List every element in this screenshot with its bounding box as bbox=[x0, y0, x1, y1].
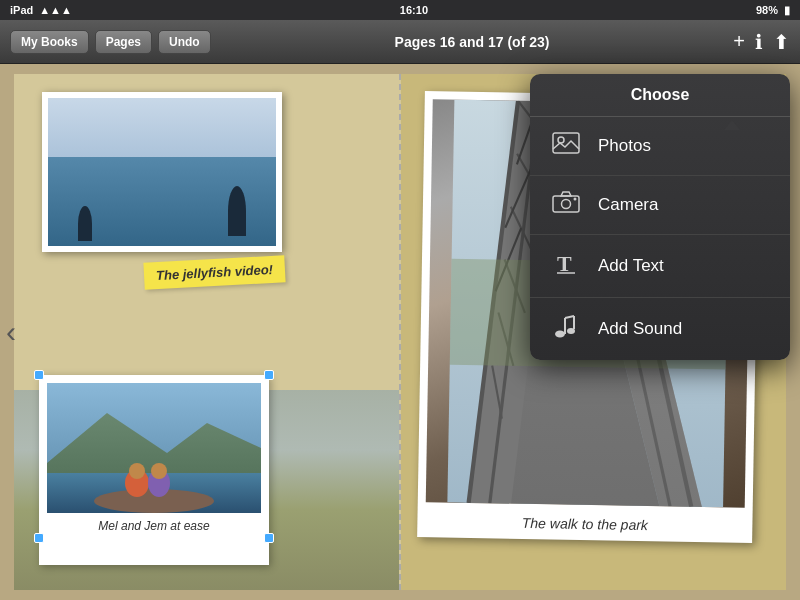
page-title: Pages 16 and 17 bbox=[395, 34, 504, 50]
video-inner: ▶ bbox=[48, 98, 276, 246]
undo-button[interactable]: Undo bbox=[158, 30, 211, 54]
figure-right bbox=[228, 186, 246, 236]
add-text-label: Add Text bbox=[598, 256, 664, 276]
photos-icon bbox=[550, 131, 582, 161]
text-icon: T bbox=[550, 249, 582, 283]
share-button[interactable]: ⬆ bbox=[773, 30, 790, 54]
svg-line-39 bbox=[565, 316, 574, 318]
svg-point-33 bbox=[562, 200, 571, 209]
video-frame[interactable]: ▶ bbox=[42, 92, 282, 252]
sound-icon bbox=[550, 312, 582, 346]
handle-tl[interactable] bbox=[34, 370, 44, 380]
canvas-area: ‹ ▶ The jellyfish video! bbox=[0, 64, 800, 600]
info-button[interactable]: ℹ bbox=[755, 30, 763, 54]
svg-point-37 bbox=[555, 331, 565, 338]
camera-label: Camera bbox=[598, 195, 658, 215]
camera-icon bbox=[550, 190, 582, 220]
photos-label: Photos bbox=[598, 136, 651, 156]
page-title-area: Pages 16 and 17 (of 23) bbox=[217, 34, 728, 50]
popup-item-add-text[interactable]: T Add Text bbox=[530, 235, 790, 298]
wifi-icon: ▲▲▲ bbox=[39, 4, 72, 16]
battery-icon: ▮ bbox=[784, 4, 790, 17]
polaroid-bottom-left-caption: Mel and Jem at ease bbox=[47, 517, 261, 535]
battery-label: 98% bbox=[756, 4, 778, 16]
add-sound-label: Add Sound bbox=[598, 319, 682, 339]
handle-tr[interactable] bbox=[264, 370, 274, 380]
toolbar-right: + ℹ ⬆ bbox=[733, 30, 790, 54]
handle-br[interactable] bbox=[264, 533, 274, 543]
sticky-note-text: The jellyfish video! bbox=[156, 262, 274, 283]
popup-arrow bbox=[724, 120, 740, 130]
polaroid-bottom-left[interactable]: Mel and Jem at ease bbox=[39, 375, 269, 565]
handle-bl[interactable] bbox=[34, 533, 44, 543]
svg-point-30 bbox=[558, 137, 564, 143]
popup-header: Choose bbox=[530, 74, 790, 117]
page-left: ▶ The jellyfish video! bbox=[14, 74, 401, 590]
figure-left bbox=[78, 206, 92, 241]
popup-item-camera[interactable]: Camera bbox=[530, 176, 790, 235]
popup-item-photos[interactable]: Photos bbox=[530, 117, 790, 176]
status-time: 16:10 bbox=[400, 4, 428, 16]
polaroid-right-caption: The walk to the park bbox=[417, 513, 752, 535]
choose-popup: Choose Photos Camera bbox=[530, 74, 790, 360]
my-books-button[interactable]: My Books bbox=[10, 30, 89, 54]
nav-arrow-left[interactable]: ‹ bbox=[6, 315, 16, 349]
svg-point-5 bbox=[129, 463, 145, 479]
svg-rect-29 bbox=[553, 133, 579, 153]
svg-point-41 bbox=[567, 328, 575, 334]
svg-point-7 bbox=[151, 463, 167, 479]
sky-bg bbox=[48, 98, 276, 165]
svg-point-34 bbox=[574, 198, 577, 201]
pages-button[interactable]: Pages bbox=[95, 30, 152, 54]
popup-item-add-sound[interactable]: Add Sound bbox=[530, 298, 790, 360]
page-count: (of 23) bbox=[507, 34, 549, 50]
toolbar: My Books Pages Undo Pages 16 and 17 (of … bbox=[0, 20, 800, 64]
status-right: 98% ▮ bbox=[756, 4, 790, 17]
device-label: iPad bbox=[10, 4, 33, 16]
add-button[interactable]: + bbox=[733, 30, 745, 53]
kids-scene-svg bbox=[47, 383, 261, 513]
svg-marker-32 bbox=[561, 192, 571, 196]
sticky-note: The jellyfish video! bbox=[143, 255, 285, 289]
polaroid-photo-bottom-left bbox=[47, 383, 261, 513]
status-bar: iPad ▲▲▲ 16:10 98% ▮ bbox=[0, 0, 800, 20]
status-left: iPad ▲▲▲ bbox=[10, 4, 72, 16]
